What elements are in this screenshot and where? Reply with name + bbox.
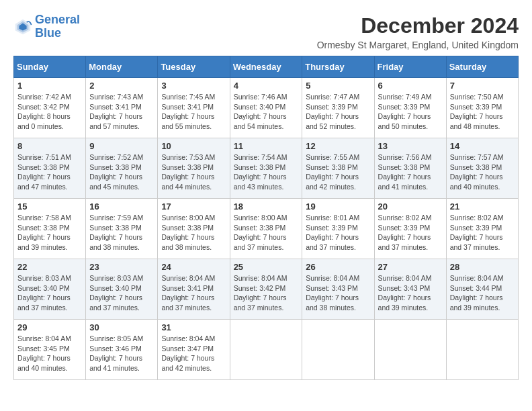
table-row: 19Sunrise: 8:01 AMSunset: 3:39 PMDayligh… — [302, 199, 374, 259]
day-number: 5 — [306, 81, 370, 91]
day-info: Sunrise: 7:52 AMSunset: 3:38 PMDaylight:… — [89, 152, 154, 192]
day-number: 23 — [89, 262, 154, 272]
table-row: 10Sunrise: 7:53 AMSunset: 3:38 PMDayligh… — [158, 138, 230, 199]
day-info: Sunrise: 8:03 AMSunset: 3:40 PMDaylight:… — [89, 273, 154, 313]
logo-line2: Blue — [35, 26, 61, 40]
sunset: Sunset: 3:44 PM — [450, 284, 502, 292]
day-info: Sunrise: 7:51 AMSunset: 3:38 PMDaylight:… — [17, 152, 82, 192]
table-row: 6Sunrise: 7:49 AMSunset: 3:39 PMDaylight… — [374, 78, 446, 138]
sunrise: Sunrise: 7:45 AM — [161, 93, 215, 101]
day-number: 29 — [17, 322, 82, 332]
day-info: Sunrise: 7:54 AMSunset: 3:38 PMDaylight:… — [234, 152, 299, 192]
sunset: Sunset: 3:40 PM — [234, 103, 286, 111]
calendar-header-row: Sunday Monday Tuesday Wednesday Thursday… — [14, 56, 519, 78]
day-number: 4 — [234, 81, 299, 91]
daylight: Daylight: 7 hours and 39 minutes. — [378, 293, 431, 312]
daylight: Daylight: 7 hours and 37 minutes. — [378, 233, 431, 251]
day-number: 6 — [378, 81, 443, 91]
sunrise: Sunrise: 8:04 AM — [17, 334, 71, 342]
calendar-week-row: 15Sunrise: 7:58 AMSunset: 3:38 PMDayligh… — [14, 199, 519, 259]
day-info: Sunrise: 7:56 AMSunset: 3:38 PMDaylight:… — [378, 152, 443, 192]
sunrise: Sunrise: 7:56 AM — [378, 153, 432, 161]
sunrise: Sunrise: 7:43 AM — [89, 93, 143, 101]
day-number: 19 — [306, 201, 370, 212]
table-row: 18Sunrise: 8:00 AMSunset: 3:38 PMDayligh… — [230, 199, 302, 259]
daylight: Daylight: 7 hours and 37 minutes. — [234, 233, 287, 251]
sunset: Sunset: 3:46 PM — [89, 345, 142, 353]
sunrise: Sunrise: 7:57 AM — [450, 153, 504, 161]
daylight: Daylight: 7 hours and 37 minutes. — [161, 293, 214, 312]
sunset: Sunset: 3:38 PM — [89, 224, 142, 232]
day-info: Sunrise: 7:53 AMSunset: 3:38 PMDaylight:… — [161, 152, 226, 192]
sunset: Sunset: 3:40 PM — [89, 284, 142, 292]
logo: General Blue — [13, 13, 80, 40]
sunset: Sunset: 3:41 PM — [89, 103, 142, 111]
day-info: Sunrise: 8:04 AMSunset: 3:45 PMDaylight:… — [17, 334, 82, 373]
table-row: 24Sunrise: 8:04 AMSunset: 3:41 PMDayligh… — [158, 259, 230, 320]
daylight: Daylight: 7 hours and 55 minutes. — [161, 112, 214, 130]
table-row: 7Sunrise: 7:50 AMSunset: 3:39 PMDaylight… — [446, 78, 518, 138]
daylight: Daylight: 7 hours and 37 minutes. — [17, 293, 71, 312]
table-row: 9Sunrise: 7:52 AMSunset: 3:38 PMDaylight… — [86, 138, 158, 199]
table-row: 2Sunrise: 7:43 AMSunset: 3:41 PMDaylight… — [86, 78, 158, 138]
daylight: Daylight: 7 hours and 38 minutes. — [161, 233, 214, 251]
day-number: 7 — [450, 81, 515, 91]
day-number: 26 — [306, 262, 370, 272]
day-info: Sunrise: 8:02 AMSunset: 3:39 PMDaylight:… — [378, 213, 443, 253]
daylight: Daylight: 7 hours and 38 minutes. — [89, 233, 142, 251]
daylight: Daylight: 7 hours and 41 minutes. — [378, 173, 431, 191]
daylight: Daylight: 7 hours and 48 minutes. — [450, 112, 503, 130]
table-row: 15Sunrise: 7:58 AMSunset: 3:38 PMDayligh… — [14, 199, 86, 259]
sunrise: Sunrise: 8:04 AM — [378, 274, 432, 282]
table-row: 21Sunrise: 8:02 AMSunset: 3:39 PMDayligh… — [446, 199, 518, 259]
sunset: Sunset: 3:43 PM — [306, 284, 358, 292]
sunset: Sunset: 3:39 PM — [378, 224, 431, 232]
day-info: Sunrise: 7:57 AMSunset: 3:38 PMDaylight:… — [450, 152, 515, 192]
sunset: Sunset: 3:39 PM — [450, 224, 502, 232]
table-row: 5Sunrise: 7:47 AMSunset: 3:39 PMDaylight… — [302, 78, 374, 138]
location: Ormesby St Margaret, England, United Kin… — [317, 40, 519, 50]
day-info: Sunrise: 7:42 AMSunset: 3:42 PMDaylight:… — [17, 92, 82, 132]
day-info: Sunrise: 7:47 AMSunset: 3:39 PMDaylight:… — [306, 92, 370, 132]
daylight: Daylight: 7 hours and 37 minutes. — [450, 233, 503, 251]
sunset: Sunset: 3:38 PM — [17, 224, 70, 232]
day-info: Sunrise: 7:46 AMSunset: 3:40 PMDaylight:… — [234, 92, 299, 132]
month-title: December 2024 — [317, 13, 519, 38]
header-tuesday: Tuesday — [158, 56, 230, 78]
day-info: Sunrise: 8:04 AMSunset: 3:43 PMDaylight:… — [306, 273, 370, 313]
sunset: Sunset: 3:38 PM — [161, 163, 214, 171]
sunset: Sunset: 3:39 PM — [450, 103, 502, 111]
header-saturday: Saturday — [446, 56, 518, 78]
sunset: Sunset: 3:38 PM — [17, 163, 70, 171]
logo-line1: General — [35, 13, 80, 26]
day-number: 22 — [17, 262, 82, 272]
sunset: Sunset: 3:39 PM — [378, 103, 431, 111]
table-row: 8Sunrise: 7:51 AMSunset: 3:38 PMDaylight… — [14, 138, 86, 199]
sunrise: Sunrise: 8:04 AM — [450, 274, 504, 282]
day-info: Sunrise: 8:04 AMSunset: 3:43 PMDaylight:… — [378, 273, 443, 313]
day-info: Sunrise: 8:04 AMSunset: 3:47 PMDaylight:… — [161, 334, 226, 373]
sunrise: Sunrise: 7:50 AM — [450, 93, 504, 101]
sunrise: Sunrise: 7:46 AM — [234, 93, 287, 101]
table-row — [230, 320, 302, 380]
day-info: Sunrise: 8:01 AMSunset: 3:39 PMDaylight:… — [306, 213, 370, 253]
sunset: Sunset: 3:40 PM — [17, 284, 70, 292]
logo-text: General Blue — [35, 13, 80, 40]
day-number: 20 — [378, 201, 443, 212]
daylight: Daylight: 7 hours and 37 minutes. — [234, 293, 287, 312]
sunrise: Sunrise: 8:04 AM — [234, 274, 287, 282]
daylight: Daylight: 7 hours and 37 minutes. — [89, 293, 142, 312]
daylight: Daylight: 7 hours and 43 minutes. — [234, 173, 287, 191]
sunrise: Sunrise: 7:54 AM — [234, 153, 287, 161]
table-row: 25Sunrise: 8:04 AMSunset: 3:42 PMDayligh… — [230, 259, 302, 320]
table-row: 30Sunrise: 8:05 AMSunset: 3:46 PMDayligh… — [86, 320, 158, 380]
day-number: 31 — [161, 322, 226, 332]
day-number: 11 — [234, 141, 299, 151]
sunrise: Sunrise: 7:55 AM — [306, 153, 359, 161]
daylight: Daylight: 7 hours and 57 minutes. — [89, 112, 142, 130]
sunset: Sunset: 3:39 PM — [306, 103, 358, 111]
sunset: Sunset: 3:42 PM — [17, 103, 70, 111]
sunset: Sunset: 3:47 PM — [161, 345, 214, 353]
day-info: Sunrise: 7:50 AMSunset: 3:39 PMDaylight:… — [450, 92, 515, 132]
sunset: Sunset: 3:38 PM — [378, 163, 431, 171]
